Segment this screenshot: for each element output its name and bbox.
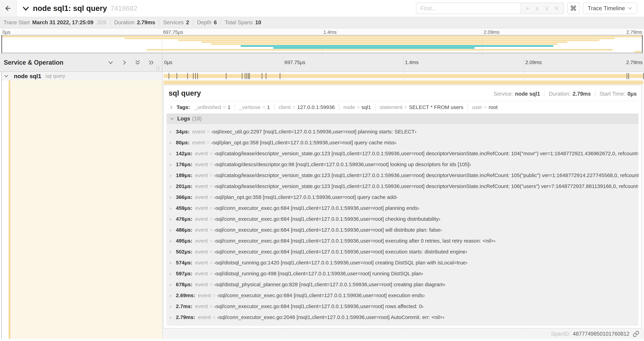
find-clear-icon[interactable]: ✕: [552, 3, 562, 14]
log-event-key: event: [192, 140, 205, 146]
tag-value: 127.0.0.1:59936: [297, 104, 335, 110]
log-event-key: event: [195, 249, 208, 255]
logs-list: ›34μs:event=‹sql/exec_util.go:2297 [nsql…: [166, 124, 638, 326]
log-row[interactable]: ›80μs:event=‹sql/plan_opt.go:358 [nsql1,…: [170, 137, 638, 148]
log-timestamp: 502μs:: [176, 249, 192, 255]
log-row[interactable]: ›176μs:event=‹sql/catalog/descs/descript…: [170, 159, 638, 170]
column-resizer-handle[interactable]: ||: [156, 65, 160, 71]
log-timestamp: 142μs:: [176, 151, 192, 156]
log-chevron-right-icon: ›: [170, 281, 176, 287]
info-separator: [193, 20, 193, 26]
locate-icon[interactable]: ⌖: [523, 3, 532, 14]
log-equals: =: [210, 194, 212, 200]
log-timestamp: 189μs:: [176, 172, 192, 178]
tag-key: node: [344, 104, 355, 110]
log-row[interactable]: ›2.79ms:event=‹sql/conn_executor_exec.go…: [170, 312, 638, 323]
service-operation-header: Service & Operation ||: [0, 54, 162, 71]
log-chevron-right-icon: ›: [170, 227, 176, 233]
log-chevron-right-icon: ›: [170, 172, 176, 178]
trace-view-selector-button[interactable]: Trace Timeline: [583, 3, 637, 14]
log-row[interactable]: ›486μs:event=‹sql/conn_executor_exec.go:…: [170, 224, 638, 235]
log-row[interactable]: ›366μs:event=‹sql/plan_opt.go:358 [nsql1…: [170, 192, 638, 203]
minimap-right-drag-handle[interactable]: [642, 35, 642, 53]
log-row[interactable]: ›34μs:event=‹sql/exec_util.go:2297 [nsql…: [170, 126, 638, 137]
trace-info-label: Duration: [114, 20, 134, 26]
log-chevron-right-icon: ›: [170, 292, 176, 298]
span-rows-area: node sql1 sql query sql query Service:no…: [0, 72, 644, 341]
log-row[interactable]: ›502μs:event=‹sql/conn_executor_exec.go:…: [170, 246, 638, 257]
span-collapse-chevron-down-icon[interactable]: [4, 73, 9, 79]
log-event-key: event: [195, 227, 208, 233]
log-row[interactable]: ›2.7ms:event=‹sql/conn_executor_exec.go:…: [170, 301, 638, 312]
detail-row-span-bar[interactable]: [164, 81, 643, 84]
log-timestamp: 486μs:: [176, 227, 192, 233]
tag-value: SELECT * FROM users: [409, 104, 464, 110]
minimap-tick-labels: 0μs697.75μs1.4ms2.09ms2.79ms: [2, 29, 642, 35]
log-timestamp: 2.69ms:: [176, 292, 195, 298]
log-marker-tick: [193, 73, 194, 79]
trace-info-suffix: .326: [96, 20, 106, 26]
timeline-ruler: 0μs697.75μs1.4ms2.09ms2.79ms: [162, 54, 644, 71]
meta-separator: [544, 91, 545, 97]
ruler-gridline: [283, 54, 283, 71]
span-duration-bar[interactable]: [164, 74, 643, 78]
minimap-span-bar: [178, 40, 600, 41]
log-marker-tick: [197, 73, 198, 79]
trace-collapse-chevron-down-icon[interactable]: [22, 5, 30, 12]
top-bar: node sql1: sql query 7418682 ⌖ ∧ ∨ ✕ ⌘ T…: [0, 0, 644, 17]
log-chevron-right-icon: ›: [170, 216, 176, 222]
log-row[interactable]: ›574μs:event=‹sql/distsql_running.go:142…: [170, 257, 638, 268]
log-equals: =: [210, 227, 212, 233]
log-row[interactable]: ›189μs:event=‹sql/catalog/lease/descript…: [170, 170, 638, 181]
log-chevron-right-icon: ›: [170, 271, 176, 276]
span-detail-header[interactable]: sql query Service:node sql1Duration:2.79…: [164, 85, 641, 97]
log-equals: =: [210, 161, 212, 167]
log-event-key: event: [195, 271, 208, 276]
minimap-span-bar: [202, 42, 567, 43]
tag-item: user=root: [472, 104, 498, 110]
timeline-grid-header: Service & Operation || 0μs697.75μs1.4ms2…: [0, 53, 644, 72]
collapse-one-chevron-down-icon[interactable]: [107, 59, 114, 66]
log-row[interactable]: ›678μs:event=‹sql/distsql_physical_plann…: [170, 279, 638, 290]
collapse-controls: [107, 59, 154, 66]
tag-item: node=sql1: [344, 104, 371, 110]
tag-equals: =: [484, 104, 487, 110]
log-row[interactable]: ›459μs:event=‹sql/conn_executor_exec.go:…: [170, 203, 638, 213]
tag-item: _verbose=1: [239, 104, 270, 110]
log-row[interactable]: ›495μs:event=‹sql/conn_executor_exec.go:…: [170, 235, 638, 246]
log-row[interactable]: ›476μs:event=‹sql/conn_executor_exec.go:…: [170, 213, 638, 224]
log-timestamp: 2.7ms:: [176, 303, 192, 309]
expand-all-double-chevron-right-icon[interactable]: [148, 59, 154, 66]
log-equals: =: [210, 249, 212, 255]
log-event-value: ‹sql/catalog/descs/descriptor.go:98 [nsq…: [214, 161, 471, 167]
log-row[interactable]: ›142μs:event=‹sql/catalog/lease/descript…: [170, 148, 638, 159]
column-divider[interactable]: [162, 72, 162, 339]
ruler-tick-label: 2.79ms: [626, 60, 642, 65]
log-marker-tick: [249, 73, 250, 79]
minimap-span-bar: [125, 38, 615, 39]
minimap-span-bar: [273, 47, 474, 49]
deep-link-icon[interactable]: [632, 330, 640, 337]
minimap-left-drag-handle[interactable]: [2, 35, 2, 53]
log-row[interactable]: ›2.69ms:event=‹sql/conn_executor_exec.go…: [170, 290, 638, 301]
find-input[interactable]: [416, 3, 520, 14]
expand-one-chevron-right-icon[interactable]: [121, 59, 128, 66]
log-row[interactable]: ›201μs:event=‹sql/catalog/lease/descript…: [170, 181, 638, 192]
span-row-label[interactable]: node sql1 sql query: [2, 72, 162, 80]
back-button[interactable]: [0, 0, 16, 17]
log-marker-tick: [242, 73, 242, 79]
keyboard-shortcuts-button[interactable]: ⌘: [567, 3, 580, 14]
trace-info-label: Depth: [197, 20, 212, 26]
tags-accordion[interactable]: Tags: _unfinished=1_verbose=1client=127.…: [164, 101, 641, 113]
minimap-canvas[interactable]: [2, 35, 642, 53]
info-separator: [110, 20, 110, 26]
log-row[interactable]: ›597μs:event=‹sql/distsql_running.go:498…: [170, 268, 638, 279]
trace-minimap: 0μs697.75μs1.4ms2.09ms2.79ms: [0, 29, 644, 53]
logs-accordion-header[interactable]: Logs (18): [166, 114, 638, 124]
find-prev-chevron-up-icon[interactable]: ∧: [532, 3, 542, 14]
log-timestamp: 459μs:: [176, 205, 192, 211]
collapse-all-double-chevron-down-icon[interactable]: [134, 59, 141, 66]
log-event-value: ‹sql/exec_util.go:2297 [nsql1,client=127…: [212, 129, 416, 135]
find-next-chevron-down-icon[interactable]: ∨: [542, 3, 552, 14]
log-equals: =: [212, 292, 216, 298]
